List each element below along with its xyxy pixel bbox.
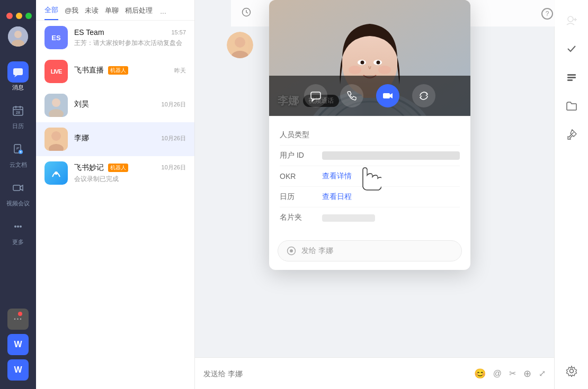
app-container: 消息 28 日历: [0, 0, 588, 389]
chat-name-es-team: ES Team: [74, 28, 104, 37]
sidebar-bottom-item-1[interactable]: ···: [7, 309, 29, 330]
profile-val-calendar[interactable]: 查看日程: [322, 192, 460, 202]
chat-time-liu-hao: 10月26日: [162, 101, 186, 108]
traffic-light-yellow[interactable]: [16, 13, 22, 19]
profile-row-user-id: 用户 ID: [280, 146, 460, 166]
svg-marker-53: [390, 93, 393, 98]
svg-marker-4: [14, 75, 17, 77]
tab-unread[interactable]: 未读: [85, 6, 99, 20]
chat-content-liu-hao: 刘昊 10月26日: [74, 99, 186, 111]
profile-popup: 李娜 视频通话: [269, 0, 470, 270]
chat-time-feishu-live: 昨天: [174, 67, 186, 75]
sidebar-label-docs: 云文档: [10, 161, 27, 169]
tab-all[interactable]: 全部: [44, 5, 58, 20]
chat-item-feishu-live[interactable]: LIVE 飞书直播 机器人 昨天: [36, 55, 194, 88]
chat-item-liu-hao[interactable]: 刘昊 10月26日: [36, 88, 194, 122]
chat-content-es-team: ES Team 15:57 王芳：请大家按时参加本次活动复盘会: [74, 28, 186, 48]
profile-row-person-type: 人员类型: [280, 125, 460, 146]
traffic-light-green[interactable]: [25, 13, 32, 19]
right-panel-settings[interactable]: [562, 361, 581, 381]
at-icon[interactable]: @: [493, 369, 502, 378]
action-btn-video[interactable]: [376, 84, 399, 107]
svg-rect-52: [383, 93, 390, 98]
chat-content-feishu-live: 飞书直播 机器人 昨天: [74, 66, 186, 77]
profile-val-user-id: [322, 151, 460, 160]
svg-marker-15: [20, 185, 23, 191]
chat-item-es-team[interactable]: ES ES Team 15:57 王芳：请大家按时参加本次活动复盘会: [36, 21, 194, 55]
right-panel-pin[interactable]: [562, 125, 581, 144]
chat-avatar-li-na: [44, 128, 68, 151]
svg-point-37: [569, 369, 573, 373]
chat-filter-tabs: 全部 @我 未读 单聊 稍后处理 ···: [36, 0, 194, 21]
chat-avatar-feishu-mj: [44, 161, 68, 185]
chat-preview-feishu-mj: 会议录制已完成: [74, 175, 186, 184]
profile-photo: 李娜 视频通话: [269, 0, 470, 116]
tab-at[interactable]: @我: [65, 6, 78, 20]
right-panel-folder[interactable]: [562, 96, 581, 115]
messages-icon-wrapper: [7, 61, 29, 83]
svg-rect-33: [567, 74, 576, 76]
chat-name-row-feishu-live: 飞书直播 机器人 昨天: [74, 66, 186, 75]
sidebar-item-meeting[interactable]: 视频会议: [0, 173, 36, 212]
tab-more[interactable]: ···: [160, 8, 166, 17]
expand-icon[interactable]: ⤢: [539, 368, 546, 378]
chat-name-feishu-mj: 飞书妙记 机器人: [74, 163, 128, 173]
right-panel-list[interactable]: [562, 68, 581, 87]
tab-single[interactable]: 单聊: [105, 6, 119, 20]
profile-row-calendar: 日历 查看日程: [280, 187, 460, 207]
action-btn-phone[interactable]: [340, 84, 363, 107]
chat-input[interactable]: [203, 369, 468, 378]
sidebar-item-more[interactable]: 更多: [0, 212, 36, 250]
sidebar-label-more: 更多: [12, 238, 24, 246]
calendar-icon-wrapper: 28: [7, 100, 29, 121]
profile-key-okr: OKR: [280, 172, 322, 180]
chat-name-row-li-na: 李娜 10月26日: [74, 133, 186, 143]
robot-badge-mj: 机器人: [108, 164, 128, 172]
chat-list-panel: 全部 @我 未读 单聊 稍后处理 ··· ES ES Team 15:57 王芳…: [36, 0, 195, 389]
meeting-icon-wrapper: [7, 177, 29, 198]
sidebar-item-messages[interactable]: 消息: [0, 57, 36, 96]
chat-name-row-liu-hao: 刘昊 10月26日: [74, 99, 186, 109]
chat-preview-es-team: 王芳：请大家按时参加本次活动复盘会: [74, 39, 186, 48]
scissors-icon[interactable]: ✂: [509, 368, 516, 378]
right-panel-check[interactable]: [562, 39, 581, 58]
messages-icon: [12, 66, 24, 78]
profile-send-box[interactable]: 发给 李娜: [278, 240, 462, 261]
history-icon[interactable]: [242, 7, 251, 19]
help-icon[interactable]: ?: [541, 8, 553, 20]
li-na-avatar-svg: [44, 128, 68, 151]
chat-footer: 😊 @ ✂ ⊕ ⤢: [195, 357, 554, 389]
svg-rect-35: [567, 79, 573, 81]
svg-point-17: [17, 225, 19, 228]
sidebar-bottom-item-w1[interactable]: W: [7, 334, 29, 355]
svg-point-1: [14, 31, 22, 38]
chat-footer-icons: 😊 @ ✂ ⊕ ⤢: [474, 368, 546, 379]
sidebar-label-messages: 消息: [12, 84, 24, 92]
user-avatar[interactable]: [8, 26, 28, 47]
action-btn-message[interactable]: [304, 84, 327, 107]
svg-point-18: [20, 225, 22, 228]
profile-row-contacts: 名片夹: [280, 207, 460, 228]
liu-hao-avatar-svg: [44, 94, 68, 117]
svg-point-50: [378, 66, 391, 74]
chat-item-feishu-mj[interactable]: 飞书妙记 机器人 10月26日 会议录制已完成: [36, 156, 194, 190]
emoji-icon[interactable]: 😊: [474, 368, 486, 379]
profile-actions: [269, 76, 470, 116]
tab-later[interactable]: 稍后处理: [125, 6, 153, 20]
feishu-mj-icon: [49, 166, 63, 180]
sidebar-item-calendar[interactable]: 28 日历: [0, 96, 36, 134]
svg-rect-51: [311, 92, 320, 99]
svg-point-55: [290, 249, 293, 252]
traffic-light-red[interactable]: [6, 13, 13, 19]
chat-item-li-na[interactable]: 李娜 10月26日: [36, 122, 194, 156]
profile-key-person-type: 人员类型: [280, 130, 322, 140]
sidebar-item-docs[interactable]: 云文档: [0, 134, 36, 173]
traffic-lights: [6, 13, 32, 19]
profile-val-okr[interactable]: 查看详情: [322, 171, 460, 181]
add-icon[interactable]: ⊕: [523, 368, 531, 379]
action-btn-more[interactable]: [412, 84, 435, 107]
notification-dot: [18, 312, 22, 316]
svg-point-16: [14, 225, 16, 228]
svg-point-25: [55, 171, 58, 175]
sidebar-bottom-item-w2[interactable]: W: [7, 359, 29, 381]
